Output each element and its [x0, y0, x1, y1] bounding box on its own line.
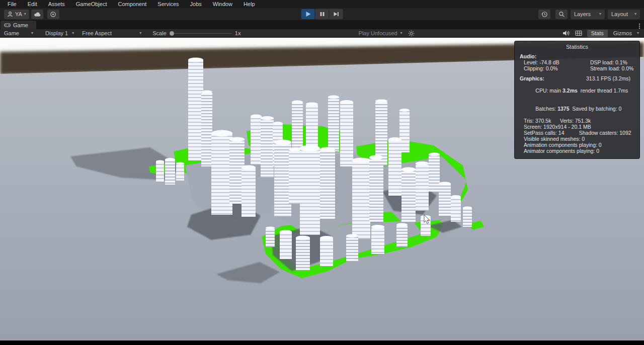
game-view-toolbar: Game ▾ Display 1 ▾ Free Aspect ▾ Scale 1… — [0, 29, 644, 38]
chevron-down-icon: ▾ — [599, 12, 601, 16]
step-button[interactable] — [330, 9, 343, 19]
display-label: Display 1 — [45, 30, 68, 36]
tab-strip: Game — [0, 21, 644, 29]
play-mode-dropdown[interactable]: Play Unfocused ▾ — [356, 29, 406, 38]
audio-row-2: Clipping: 0.0% Stream load: 0.0% — [520, 65, 634, 71]
tab-game[interactable]: Game — [1, 21, 36, 29]
game-tab-label: Game — [13, 22, 28, 28]
statistics-title: Statistics — [520, 44, 634, 50]
gizmos-dropdown[interactable]: Gizmos ▾ — [610, 29, 642, 38]
aspect-label: Free Aspect — [82, 30, 112, 36]
chevron-down-icon: ▾ — [139, 31, 141, 35]
gear-icon — [408, 30, 415, 37]
chevron-down-icon: ▾ — [24, 12, 26, 16]
menu-help[interactable]: Help — [238, 0, 261, 8]
game-view-icon — [4, 22, 11, 28]
services-target-button[interactable] — [47, 10, 59, 19]
graphics-heading: Graphics: — [520, 75, 586, 81]
bottom-letterbox-bar — [0, 340, 644, 345]
scale-control: Scale 1x — [152, 29, 240, 38]
chevron-down-icon: ▾ — [634, 12, 636, 16]
target-icon — [50, 11, 56, 18]
graphics-cpu: CPU: main 3.2ms render thread 1.7ms — [520, 81, 634, 100]
chevron-down-icon: ▾ — [31, 31, 33, 35]
main-toolbar: YA ▾ — [0, 8, 644, 21]
pause-icon — [319, 12, 325, 17]
menu-edit[interactable]: Edit — [22, 0, 43, 8]
graphics-batches: Batches: 1375 Saved by batching: 0 — [520, 100, 634, 118]
stats-label: Stats — [591, 30, 604, 36]
graphics-fps: 313.1 FPS (3.2ms) — [586, 75, 634, 81]
graphics-animation-playing: Animation components playing: 0 — [520, 142, 634, 148]
stats-toggle-button[interactable]: Stats — [587, 30, 608, 37]
search-button[interactable] — [555, 10, 568, 19]
display-dropdown[interactable]: Display 1 ▾ — [42, 29, 77, 38]
chevron-down-icon: ▾ — [72, 31, 74, 35]
statistics-panel: Statistics Audio: Level: -74.8 dB DSP lo… — [514, 41, 640, 159]
audio-heading: Audio: — [520, 53, 634, 59]
cloud-button[interactable] — [31, 10, 43, 19]
view-mode-label: Game — [4, 30, 19, 36]
graphics-visible-skinned: Visible skinned meshes: 0 — [520, 136, 634, 142]
pause-button[interactable] — [315, 9, 329, 19]
scale-slider-knob[interactable] — [170, 31, 174, 36]
graphics-screen: Screen: 1920x914 - 20.1 MB — [520, 124, 634, 130]
menu-file[interactable]: File — [2, 0, 22, 8]
view-mode-dropdown[interactable]: Game ▾ — [1, 29, 36, 38]
step-icon — [334, 12, 339, 17]
audio-level: Level: -74.8 dB — [524, 59, 590, 65]
kebab-menu-icon — [638, 23, 640, 29]
menu-assets[interactable]: Assets — [43, 0, 70, 8]
scale-label: Scale — [152, 30, 167, 36]
graphics-animator-playing: Animator components playing: 0 — [520, 148, 634, 154]
account-label: YA — [15, 11, 22, 17]
menu-component[interactable]: Component — [112, 0, 152, 8]
layout-label: Layout — [611, 11, 628, 17]
aspect-ratio-dropdown[interactable]: Free Aspect ▾ — [79, 29, 144, 38]
chevron-down-icon: ▾ — [400, 31, 403, 35]
play-button[interactable] — [301, 9, 315, 19]
scale-slider[interactable] — [170, 29, 232, 38]
history-clock-icon — [541, 11, 548, 18]
layers-label: Layers — [574, 11, 591, 17]
unity-editor-window: File Edit Assets GameObject Component Se… — [0, 0, 644, 345]
graphics-setpass-shadow: SetPass calls: 14 Shadow casters: 1092 — [520, 130, 634, 136]
game-settings-button[interactable] — [406, 30, 417, 37]
person-icon — [7, 11, 13, 17]
play-controls — [301, 9, 343, 19]
layers-dropdown[interactable]: Layers ▾ — [571, 10, 605, 19]
scale-slider-track — [170, 33, 232, 34]
graphics-tris-verts: Tris: 370.5k Verts: 751.3k — [520, 118, 634, 124]
account-dropdown[interactable]: YA ▾ — [4, 10, 29, 19]
undo-history-button[interactable] — [538, 10, 550, 19]
scale-value: 1x — [235, 30, 241, 36]
audio-clipping: Clipping: 0.0% — [524, 65, 590, 71]
audio-dsp-load: DSP load: 0.1% — [590, 59, 634, 65]
layout-dropdown[interactable]: Layout ▾ — [608, 10, 640, 19]
menu-bar: File Edit Assets GameObject Component Se… — [0, 0, 644, 8]
speaker-icon — [562, 30, 570, 36]
gizmos-label: Gizmos — [613, 30, 632, 36]
cloud-icon — [34, 12, 41, 17]
menu-services[interactable]: Services — [152, 0, 184, 8]
frame-debugger-button[interactable] — [573, 30, 585, 36]
game-viewport[interactable]: Statistics Audio: Level: -74.8 dB DSP lo… — [0, 38, 644, 340]
play-mode-label: Play Unfocused — [359, 30, 397, 36]
menu-jobs[interactable]: Jobs — [185, 0, 207, 8]
graphics-heading-row: Graphics: 313.1 FPS (3.2ms) — [520, 75, 634, 81]
game-view-toolbar-right: Play Unfocused ▾ — [356, 29, 644, 38]
search-icon — [558, 11, 565, 18]
mute-audio-button[interactable] — [560, 30, 573, 36]
menu-window[interactable]: Window — [207, 0, 238, 8]
frame-grid-icon — [575, 30, 582, 36]
toolbar-right-group: Layers ▾ Layout ▾ — [536, 10, 640, 19]
tab-more-button[interactable] — [638, 23, 644, 29]
menu-gameobject[interactable]: GameObject — [70, 0, 113, 8]
audio-row-1: Level: -74.8 dB DSP load: 0.1% — [520, 59, 634, 65]
chevron-down-icon: ▾ — [637, 31, 639, 35]
audio-stream-load: Stream load: 0.0% — [590, 65, 634, 71]
